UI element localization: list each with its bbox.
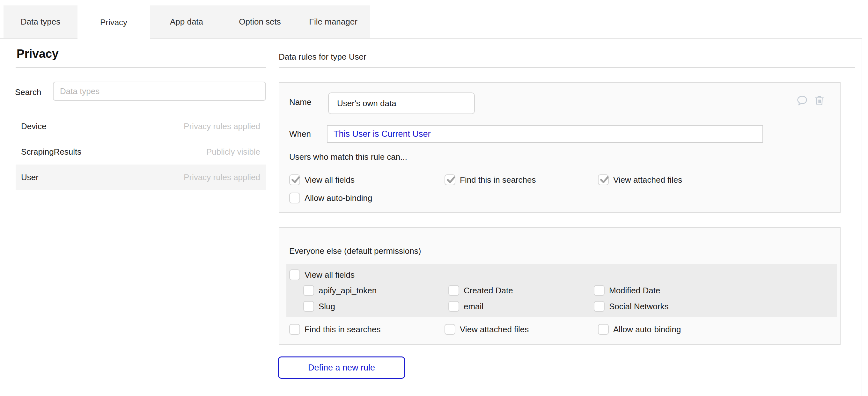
checkbox-find-in-searches[interactable] xyxy=(444,174,455,185)
data-type-name: User xyxy=(21,173,39,182)
data-type-status: Privacy rules applied xyxy=(184,121,260,131)
name-label: Name xyxy=(289,97,311,108)
when-condition-box[interactable]: This User is Current User xyxy=(327,125,763,143)
checkbox-label: apify_api_token xyxy=(318,286,377,296)
checkbox-created-date[interactable] xyxy=(448,285,459,296)
privacy-settings-page: Data types Privacy App data Option sets … xyxy=(0,0,868,396)
checkbox-label: email xyxy=(464,302,484,311)
privacy-rule-card: Name When This User is Current User User… xyxy=(279,82,841,213)
tab-app-data[interactable]: App data xyxy=(150,5,223,38)
tab-option-sets[interactable]: Option sets xyxy=(223,5,297,38)
when-label: When xyxy=(289,128,311,139)
permission-view-attached-files: View attached files xyxy=(598,174,682,185)
checkbox-email[interactable] xyxy=(448,301,459,312)
checkbox-find-in-searches[interactable] xyxy=(289,324,300,335)
tab-file-manager[interactable]: File manager xyxy=(297,5,370,38)
permission-view-all-fields: View all fields xyxy=(289,174,354,185)
checkbox-label: Slug xyxy=(318,302,335,311)
checkbox-label: Created Date xyxy=(464,286,513,296)
sidebar-divider xyxy=(16,67,266,68)
field-apify-api-token: apify_api_token xyxy=(303,285,377,296)
data-type-status: Privacy rules applied xyxy=(184,173,260,182)
everyone-else-card: Everyone else (default permissions) View… xyxy=(279,227,841,345)
field-social-networks: Social Networks xyxy=(594,301,669,312)
everyone-else-title: Everyone else (default permissions) xyxy=(289,246,421,256)
checkbox-label: Social Networks xyxy=(609,302,669,311)
checkbox-label: View attached files xyxy=(613,175,682,185)
checkbox-label: Allow auto-binding xyxy=(613,325,681,334)
main-divider xyxy=(279,67,855,68)
sidebar-title: Privacy xyxy=(17,47,59,61)
checkbox-label: Find this in searches xyxy=(460,175,536,185)
field-email: email xyxy=(448,301,484,312)
field-created-date: Created Date xyxy=(448,285,513,296)
checkbox-view-all-fields[interactable] xyxy=(289,174,300,185)
data-type-name: Device xyxy=(21,121,46,131)
checkbox-label: View all fields xyxy=(305,270,354,280)
checkbox-view-attached-files[interactable] xyxy=(444,324,455,335)
checkbox-view-all-fields[interactable] xyxy=(289,269,300,280)
data-type-status: Publicly visible xyxy=(206,147,260,157)
checkbox-label: Find this in searches xyxy=(305,325,380,334)
tab-label: File manager xyxy=(309,17,358,27)
permission-find-in-searches: Find this in searches xyxy=(444,174,536,185)
button-label: Define a new rule xyxy=(308,363,375,373)
checkbox-slug[interactable] xyxy=(303,301,314,312)
when-condition-text: This User is Current User xyxy=(334,129,431,139)
match-rule-text: Users who match this rule can... xyxy=(289,152,407,162)
tab-label: Privacy xyxy=(100,18,127,27)
tab-data-types[interactable]: Data types xyxy=(3,5,78,38)
checkbox-label: View all fields xyxy=(305,175,354,185)
checkbox-social-networks[interactable] xyxy=(594,301,604,312)
data-type-row-device[interactable]: Device Privacy rules applied xyxy=(16,114,266,139)
checkbox-label: Modified Date xyxy=(609,286,660,296)
checkbox-apify-api-token[interactable] xyxy=(303,285,314,296)
checkbox-allow-auto-binding[interactable] xyxy=(598,324,609,335)
search-label: Search xyxy=(15,87,41,97)
permission-allow-auto-binding: Allow auto-binding xyxy=(289,192,372,204)
checkbox-modified-date[interactable] xyxy=(594,285,604,296)
checkbox-view-attached-files[interactable] xyxy=(598,174,609,185)
everyone-view-attached-files: View attached files xyxy=(444,324,529,335)
comment-icon[interactable] xyxy=(796,95,808,106)
everyone-view-all-fields: View all fields xyxy=(289,269,354,280)
tab-label: Option sets xyxy=(239,17,281,27)
data-type-row-user[interactable]: User Privacy rules applied xyxy=(16,164,266,190)
main-heading: Data rules for type User xyxy=(279,52,366,62)
everyone-allow-auto-binding: Allow auto-binding xyxy=(598,324,681,335)
data-type-row-scrapingresults[interactable]: ScrapingResults Publicly visible xyxy=(16,139,266,164)
data-type-name: ScrapingResults xyxy=(21,147,81,157)
checkbox-label: Allow auto-binding xyxy=(305,193,372,203)
tab-label: Data types xyxy=(21,17,60,27)
field-modified-date: Modified Date xyxy=(594,285,660,296)
search-input[interactable] xyxy=(53,82,266,101)
tab-privacy[interactable]: Privacy xyxy=(78,5,150,39)
tab-label: App data xyxy=(170,17,203,27)
rule-name-input[interactable] xyxy=(328,92,475,114)
everyone-find-in-searches: Find this in searches xyxy=(289,324,380,335)
define-new-rule-button[interactable]: Define a new rule xyxy=(278,357,405,379)
checkbox-label: View attached files xyxy=(460,325,529,334)
checkbox-allow-auto-binding[interactable] xyxy=(289,192,300,204)
field-slug: Slug xyxy=(303,301,335,312)
trash-icon[interactable] xyxy=(813,95,825,106)
scrollbar-track-divider xyxy=(862,38,862,396)
